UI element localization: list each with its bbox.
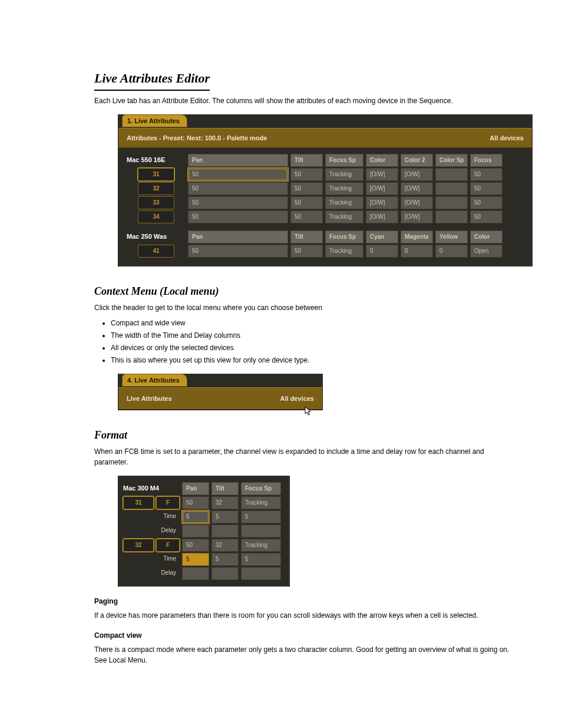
column-header[interactable]: Cyan (366, 230, 398, 243)
format-heading: Format (94, 429, 515, 442)
attribute-cell[interactable]: Open (470, 245, 503, 258)
attribute-cell[interactable]: 50 (290, 182, 323, 195)
attributes-title-bar[interactable]: Attributes - Preset: Next: 100.0 - Palet… (118, 128, 532, 148)
attribute-cell[interactable]: Tracking (325, 210, 363, 223)
format-paragraph: When an FCB time is set to a parameter, … (94, 446, 515, 467)
intro-paragraph: Each Live tab has an Attribute Editor. T… (94, 95, 515, 106)
attribute-cell[interactable]: Tracking (325, 182, 363, 195)
time-cell[interactable]: 5 (211, 510, 239, 523)
column-header[interactable]: Yellow (435, 230, 468, 243)
attribute-cell[interactable]: [O/W] (366, 168, 398, 181)
time-cell[interactable]: 5 (182, 553, 209, 566)
context-intro: Click the header to get to the local men… (94, 302, 515, 313)
delay-cell[interactable]: . (241, 525, 281, 538)
delay-cell[interactable]: . (182, 525, 209, 538)
column-header[interactable]: Pan (188, 154, 288, 167)
attribute-cell[interactable]: 50 (470, 168, 503, 181)
attribute-cell[interactable]: 32 (211, 539, 239, 552)
column-header[interactable]: Focus Sp (325, 230, 363, 243)
time-cell[interactable]: 5 (241, 553, 281, 566)
attribute-cell[interactable]: 50 (470, 196, 503, 209)
device-type-label: Mac 300 M4 (123, 482, 180, 495)
channel-number[interactable]: 34 (138, 210, 174, 223)
column-header[interactable]: Color (366, 154, 398, 167)
attribute-cell[interactable]: 50 (470, 210, 503, 223)
attribute-cell[interactable]: [O/W] (401, 182, 433, 195)
bar-left-text: Attributes - Preset: Next: 100.0 - Palet… (127, 134, 267, 141)
column-header[interactable]: Color Sp (435, 154, 468, 167)
attribute-cell[interactable]: 50 (470, 182, 503, 195)
attribute-cell[interactable]: 0 (366, 245, 398, 258)
channel-flag[interactable]: F (156, 496, 180, 509)
attribute-cell[interactable]: 50 (290, 210, 323, 223)
attribute-cell[interactable]: Tracking (241, 539, 281, 552)
attribute-cell[interactable]: 50 (182, 496, 209, 509)
column-header[interactable]: Tilt (211, 482, 239, 495)
time-cell[interactable]: 5 (182, 510, 209, 523)
column-header[interactable]: Tilt (290, 230, 323, 243)
live-attributes-screenshot-1: 1. Live Attributes Attributes - Preset: … (118, 114, 533, 266)
attribute-cell[interactable]: . (435, 182, 468, 195)
attribute-cell[interactable]: 50 (188, 168, 288, 181)
channel-number[interactable]: 31 (123, 496, 154, 509)
attribute-cell[interactable]: . (435, 210, 468, 223)
column-header[interactable]: Focus Sp (241, 482, 281, 495)
attribute-cell[interactable]: 50 (290, 168, 323, 181)
channel-number[interactable]: 31 (138, 168, 174, 181)
column-header[interactable]: Focus Sp (325, 154, 363, 167)
delay-cell[interactable]: . (211, 567, 239, 580)
paging-paragraph: If a device has more parameters than the… (94, 610, 515, 621)
column-header[interactable]: Tilt (290, 154, 323, 167)
attribute-cell[interactable]: 50 (182, 539, 209, 552)
delay-cell[interactable]: . (182, 567, 209, 580)
attribute-cell[interactable]: 32 (211, 496, 239, 509)
channel-number[interactable]: 32 (138, 182, 174, 195)
attribute-cell[interactable]: 50 (290, 196, 323, 209)
attribute-cell[interactable]: [O/W] (401, 210, 433, 223)
column-header[interactable]: Color 2 (401, 154, 433, 167)
attribute-cell[interactable]: 50 (188, 210, 288, 223)
attribute-cell[interactable]: . (435, 196, 468, 209)
attribute-cell[interactable]: [O/W] (366, 210, 398, 223)
column-header[interactable]: Pan (182, 482, 209, 495)
attribute-cell[interactable]: Tracking (325, 245, 363, 258)
tab-live-attributes-1[interactable]: 1. Live Attributes (122, 114, 187, 127)
attribute-cell[interactable]: Tracking (325, 168, 363, 181)
column-header[interactable]: Magenta (401, 230, 433, 243)
attribute-cell[interactable]: [O/W] (401, 196, 433, 209)
attribute-cell[interactable]: Tracking (241, 496, 281, 509)
delay-cell[interactable]: . (241, 567, 281, 580)
attribute-cell[interactable]: 50 (188, 245, 288, 258)
attribute-cell[interactable]: Tracking (325, 196, 363, 209)
channel-flag[interactable]: F (156, 539, 180, 552)
attribute-cell[interactable]: [O/W] (366, 196, 398, 209)
attribute-cell[interactable]: 0 (401, 245, 433, 258)
device-type-label: Mac 250 Was (127, 230, 186, 243)
context-list: Compact and wide view The width of the T… (111, 318, 515, 365)
list-item: Compact and wide view (111, 318, 515, 328)
time-cell[interactable]: 5 (211, 553, 239, 566)
channel-number[interactable]: 41 (138, 245, 174, 258)
device-grid-mac300: Mac 300 M4PanTiltFocus Sp31F5032Tracking… (123, 482, 285, 580)
column-header[interactable]: Color (470, 230, 503, 243)
bar-right-text: All devices (490, 134, 524, 141)
channel-number[interactable]: 33 (138, 196, 174, 209)
attribute-cell[interactable]: 50 (290, 245, 323, 258)
time-cell[interactable]: 5 (241, 510, 281, 523)
attribute-cell[interactable]: [O/W] (401, 168, 433, 181)
column-header[interactable]: Focus (470, 154, 503, 167)
channel-number[interactable]: 32 (123, 539, 154, 552)
attribute-cell[interactable]: . (435, 168, 468, 181)
device-grid-mac550: Mac 550 16EPanTiltFocus SpColorColor 2Co… (127, 154, 524, 223)
attribute-cell[interactable]: [O/W] (366, 182, 398, 195)
compact-paragraph: There is a compact mode where each param… (94, 644, 515, 666)
attribute-cell[interactable]: 50 (188, 196, 288, 209)
live-attributes-screenshot-3: Mac 300 M4PanTiltFocus Sp31F5032Tracking… (118, 476, 290, 587)
attributes-title-bar-2[interactable]: Live Attributes All devices (118, 387, 322, 410)
attribute-cell[interactable]: 0 (435, 245, 468, 258)
tab-live-attributes-4[interactable]: 4. Live Attributes (122, 374, 187, 387)
device-type-label: Mac 550 16E (127, 154, 186, 167)
attribute-cell[interactable]: 50 (188, 182, 288, 195)
delay-cell[interactable]: . (211, 525, 239, 538)
column-header[interactable]: Pan (188, 230, 288, 243)
